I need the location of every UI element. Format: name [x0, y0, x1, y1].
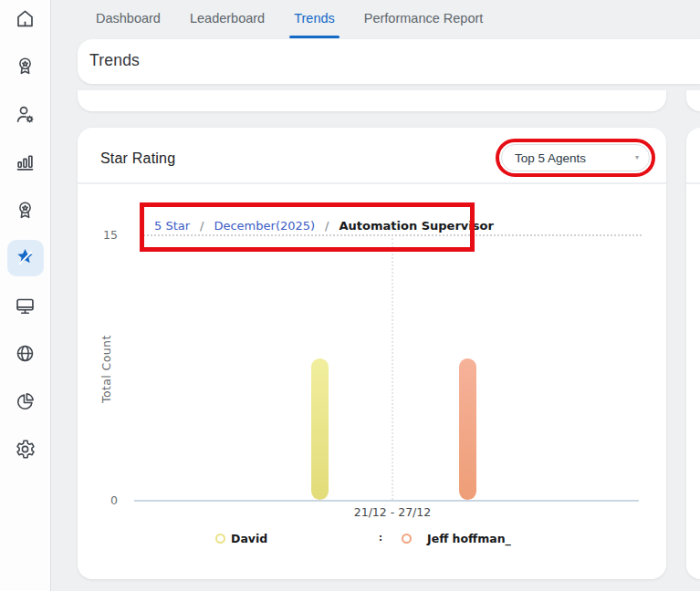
category-center-gridline: [392, 238, 393, 500]
bar-david[interactable]: [311, 358, 329, 500]
legend-swatch-david: [215, 534, 225, 544]
sidebar-item-evaluations[interactable]: [0, 192, 51, 228]
sidebar: [0, 0, 51, 591]
bar-chart-icon: [14, 150, 37, 173]
breadcrumb-5-star[interactable]: 5 Star: [154, 219, 190, 233]
sidebar-item-star-rating[interactable]: [0, 240, 51, 276]
x-axis-line: [134, 500, 639, 502]
sidebar-item-monitoring[interactable]: [0, 287, 51, 324]
y-axis-tick-15: 15: [90, 228, 118, 242]
globe-icon: [14, 342, 37, 365]
adjacent-card-divider: [686, 182, 700, 184]
legend-label-jeff-hoffman: Jeff hoffman_: [427, 532, 511, 545]
settings-gear-icon: [14, 438, 37, 461]
card-header-divider: [78, 182, 666, 184]
partial-card-above-left: [78, 90, 666, 111]
legend-item-david[interactable]: David: [215, 532, 267, 545]
gridline-15: [140, 234, 642, 236]
bar-jeff-hoffman[interactable]: [459, 358, 476, 500]
breadcrumb-separator: /: [200, 219, 204, 233]
y-axis-tick-0: 0: [90, 493, 118, 507]
tab-leaderboard[interactable]: Leaderboard: [190, 9, 265, 26]
pie-chart-icon: [14, 390, 37, 413]
legend-item-jeff-hoffman[interactable]: Jeff hoffman_: [402, 532, 511, 545]
adjacent-card-partial: [686, 128, 700, 579]
tab-performance-report[interactable]: Performance Report: [364, 9, 484, 26]
sidebar-item-quality[interactable]: [0, 48, 51, 85]
evaluation-badge-icon: [14, 199, 37, 222]
quality-badge-icon: [14, 55, 37, 78]
sidebar-item-home[interactable]: [0, 0, 51, 36]
agent-settings-icon: [14, 103, 37, 126]
sidebar-item-settings[interactable]: [0, 431, 51, 468]
legend-clipped-mark: ꞉: [379, 534, 382, 543]
legend-swatch-jeff-hoffman: [402, 534, 412, 544]
monitor-icon: [14, 295, 37, 317]
sidebar-item-analytics[interactable]: [0, 144, 51, 181]
partial-card-above-right: [686, 90, 700, 111]
star-rating-card: Star Rating Top 5 Agents ▾ 5 Star / Dece…: [78, 128, 666, 579]
home-icon: [14, 7, 37, 30]
sidebar-item-reports[interactable]: [0, 383, 51, 420]
y-axis-title: Total Count: [99, 328, 113, 410]
breadcrumb: 5 Star / December(2025) / Automation Sup…: [154, 219, 494, 233]
tab-dashboard[interactable]: Dashboard: [96, 9, 161, 26]
page-title-card: Trends: [78, 39, 700, 84]
card-title: Star Rating: [100, 150, 175, 167]
star-rating-icon: [14, 246, 37, 269]
page-title: Trends: [89, 51, 140, 70]
top-agents-dropdown[interactable]: Top 5 Agents ▾: [501, 144, 650, 171]
breadcrumb-current-automation-supervisor: Automation Supervisor: [340, 219, 494, 233]
sidebar-item-agent-settings[interactable]: [0, 96, 51, 132]
breadcrumb-december-2025[interactable]: December(2025): [214, 219, 315, 233]
sidebar-item-global[interactable]: [0, 336, 51, 372]
tab-trends[interactable]: Trends: [294, 9, 335, 26]
legend-label-david: David: [231, 532, 267, 545]
breadcrumb-separator: /: [325, 219, 329, 233]
top-tab-bar: Dashboard Leaderboard Trends Performance…: [96, 0, 483, 35]
x-axis-category-label: 21/12 - 27/12: [338, 505, 447, 519]
dropdown-selected-value: Top 5 Agents: [502, 151, 586, 165]
chevron-down-icon: ▾: [635, 153, 639, 161]
